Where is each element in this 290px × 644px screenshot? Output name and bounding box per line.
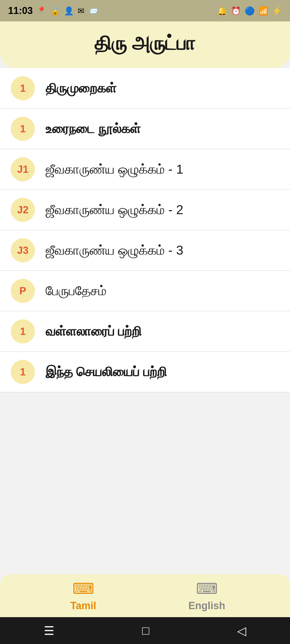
list-item-badge: J3: [11, 238, 35, 262]
menu-button[interactable]: ☰: [44, 624, 54, 638]
battery-icon: ⚡: [272, 6, 282, 16]
list-item[interactable]: 1திருமுறைகள்: [0, 68, 290, 109]
alarm-icon: ⏰: [231, 6, 241, 16]
bluetooth-icon: 🔵: [245, 6, 255, 16]
list-item-badge: 1: [11, 117, 35, 141]
list-item[interactable]: Pபேருபதேசம்: [0, 271, 290, 311]
nav-bar: ☰□◁: [0, 617, 290, 644]
list-item-badge: 1: [11, 360, 35, 384]
status-time: 11:03: [8, 5, 33, 16]
list-item-label: திருமுறைகள்: [46, 81, 117, 96]
app-header: திரு அருட்பா: [0, 21, 290, 68]
list-item-label: ஜீவகாருண்ய ஒழுக்கம் - 2: [46, 202, 183, 218]
back-button[interactable]: ◁: [237, 624, 246, 638]
empty-area: [0, 392, 290, 553]
list-item[interactable]: J1ஜீவகாருண்ய ஒழுக்கம் - 1: [0, 149, 290, 190]
tab-icon-tamil: ⌨: [73, 580, 94, 597]
list-item[interactable]: 1உரைநடை நூல்கள்: [0, 109, 290, 149]
avatar-icon: 👤: [64, 6, 74, 16]
list-item-label: இந்த செயலியைப் பற்றி: [46, 364, 167, 380]
tab-label-tamil: Tamil: [70, 600, 96, 612]
list-item-label: ஜீவகாருண்ய ஒழுக்கம் - 1: [46, 162, 183, 177]
status-left: 11:03 📍 🔒 👤 ✉ 📨: [8, 5, 98, 16]
tab-english[interactable]: ⌨English: [145, 580, 269, 612]
list-item-badge: P: [11, 279, 35, 303]
mail2-icon: 📨: [88, 6, 98, 16]
status-bar: 11:03 📍 🔒 👤 ✉ 📨 🔔 ⏰ 🔵 📶 ⚡: [0, 0, 290, 21]
list-item-badge: 1: [11, 319, 35, 343]
mail-icon: ✉: [78, 6, 84, 16]
list-item-badge: J1: [11, 157, 35, 181]
list-item-label: வள்ளலாரைப் பற்றி: [46, 324, 142, 339]
lock-icon: 🔒: [50, 6, 60, 16]
list-item-label: பேருபதேசம்: [46, 283, 106, 299]
page-title: திரு அருட்பா: [8, 32, 282, 55]
list-item[interactable]: 1வள்ளலாரைப் பற்றி: [0, 311, 290, 352]
list-item[interactable]: J2ஜீவகாருண்ய ஒழுக்கம் - 2: [0, 190, 290, 230]
list-item-badge: J2: [11, 198, 35, 222]
list-item[interactable]: J3ஜீவகாருண்ய ஒழுக்கம் - 3: [0, 230, 290, 271]
tab-tamil[interactable]: ⌨Tamil: [21, 580, 145, 612]
location-icon: 📍: [37, 6, 46, 16]
status-right: 🔔 ⏰ 🔵 📶 ⚡: [217, 6, 282, 16]
main-list: 1திருமுறைகள்1உரைநடை நூல்கள்J1ஜீவகாருண்ய …: [0, 68, 290, 392]
home-button[interactable]: □: [142, 624, 149, 637]
list-item-label: ஜீவகாருண்ய ஒழுக்கம் - 3: [46, 243, 183, 258]
tab-bar: ⌨Tamil⌨English: [0, 574, 290, 617]
list-item-badge: 1: [11, 76, 35, 100]
list-item[interactable]: 1இந்த செயலியைப் பற்றி: [0, 352, 290, 392]
tab-icon-english: ⌨: [196, 580, 218, 597]
wifi-icon: 📶: [258, 6, 268, 16]
droplet-icon: 🔔: [217, 6, 227, 16]
list-item-label: உரைநடை நூல்கள்: [46, 121, 141, 137]
tab-label-english: English: [188, 600, 225, 612]
